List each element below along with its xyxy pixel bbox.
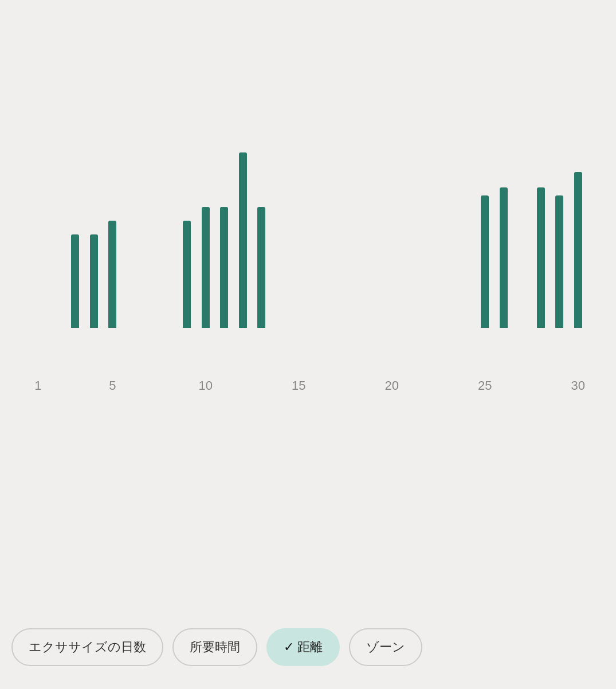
tab-label-3: ゾーン [366, 640, 405, 654]
bar-slot-1 [29, 99, 48, 328]
x-label-15: 15 [289, 378, 308, 393]
bar-slot-8 [159, 99, 178, 328]
x-label-13 [252, 378, 271, 393]
bar-day-30[interactable] [574, 172, 582, 328]
bar-day-9[interactable] [183, 221, 191, 328]
chart-container [0, 99, 616, 374]
bar-slot-5 [103, 99, 122, 328]
x-label-17 [327, 378, 346, 393]
main-metric [0, 48, 616, 76]
bar-slot-17 [327, 99, 346, 328]
bar-day-11[interactable] [220, 207, 228, 328]
x-label-9 [178, 378, 197, 393]
x-label-19 [364, 378, 383, 393]
x-label-20: 20 [383, 378, 402, 393]
bar-day-13[interactable] [257, 207, 265, 328]
tab-label-2: 距離 [297, 640, 323, 654]
x-label-18 [346, 378, 364, 393]
bar-slot-2 [48, 99, 66, 328]
bar-slot-18 [346, 99, 364, 328]
bar-slot-28 [532, 99, 551, 328]
tab-label-1: 所要時間 [190, 640, 240, 654]
bar-day-25[interactable] [481, 195, 489, 328]
x-label-3 [66, 378, 85, 393]
bar-slot-25 [476, 99, 495, 328]
bar-slot-16 [308, 99, 327, 328]
bar-slot-22 [420, 99, 439, 328]
x-label-30: 30 [569, 378, 588, 393]
bar-day-29[interactable] [555, 195, 563, 328]
tab-2[interactable]: ✓距離 [266, 628, 340, 666]
bar-slot-15 [289, 99, 308, 328]
bar-slot-27 [513, 99, 532, 328]
x-label-25: 25 [476, 378, 495, 393]
bar-day-3[interactable] [71, 234, 79, 328]
bar-slot-24 [457, 99, 476, 328]
x-label-23 [438, 378, 457, 393]
x-label-10: 10 [197, 378, 215, 393]
chart-area [29, 99, 587, 328]
x-label-29 [550, 378, 569, 393]
x-label-5: 5 [103, 378, 122, 393]
x-label-16 [308, 378, 327, 393]
bar-slot-23 [438, 99, 457, 328]
next-button[interactable] [574, 28, 587, 37]
bar-slot-13 [252, 99, 271, 328]
bar-slot-11 [215, 99, 234, 328]
bar-slot-6 [122, 99, 141, 328]
bar-slot-9 [178, 99, 197, 328]
tab-check-icon: ✓ [284, 640, 294, 654]
bar-slot-10 [197, 99, 215, 328]
x-label-1: 1 [29, 378, 48, 393]
bar-day-4[interactable] [90, 234, 98, 328]
bottom-tabs: エクササイズの日数所要時間✓距離ゾーン [0, 628, 616, 666]
x-label-11 [215, 378, 234, 393]
x-label-12 [234, 378, 253, 393]
bar-slot-21 [401, 99, 420, 328]
x-label-22 [420, 378, 439, 393]
bar-slot-20 [383, 99, 402, 328]
bar-slot-3 [66, 99, 85, 328]
x-axis: 151015202530 [0, 378, 616, 393]
bar-slot-19 [364, 99, 383, 328]
x-label-2 [48, 378, 66, 393]
bar-slot-14 [271, 99, 290, 328]
header [0, 0, 616, 48]
bar-slot-4 [85, 99, 104, 328]
tab-0[interactable]: エクササイズの日数 [11, 628, 163, 666]
bar-day-28[interactable] [537, 187, 545, 328]
x-label-8 [159, 378, 178, 393]
bar-day-26[interactable] [500, 187, 508, 328]
x-label-26 [495, 378, 513, 393]
x-label-21 [401, 378, 420, 393]
tab-label-0: エクササイズの日数 [29, 640, 146, 654]
x-label-4 [85, 378, 104, 393]
bar-day-10[interactable] [202, 207, 210, 328]
x-label-14 [271, 378, 290, 393]
tab-1[interactable]: 所要時間 [172, 628, 257, 666]
bar-day-12[interactable] [239, 152, 247, 328]
x-label-6 [122, 378, 141, 393]
x-label-28 [532, 378, 551, 393]
x-label-27 [513, 378, 532, 393]
bar-slot-30 [569, 99, 588, 328]
bar-slot-29 [550, 99, 569, 328]
bar-slot-12 [234, 99, 253, 328]
x-label-24 [457, 378, 476, 393]
tab-3[interactable]: ゾーン [349, 628, 422, 666]
bar-slot-26 [495, 99, 513, 328]
x-label-7 [140, 378, 159, 393]
prev-button[interactable] [29, 28, 42, 37]
bar-day-5[interactable] [108, 221, 116, 328]
bar-slot-7 [140, 99, 159, 328]
